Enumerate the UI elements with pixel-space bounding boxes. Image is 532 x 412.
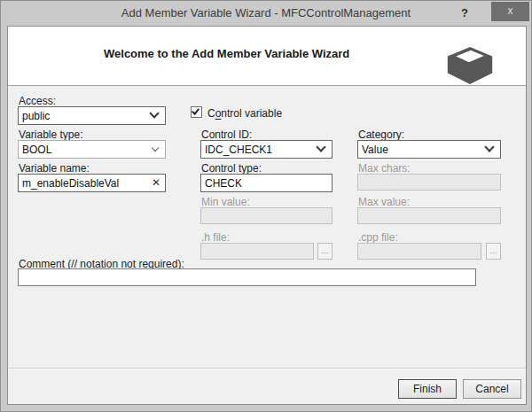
access-combobox[interactable]: public: [18, 106, 166, 125]
max-value-label: Max value:: [358, 196, 410, 208]
min-value-input: [200, 207, 332, 224]
access-label: Access:: [19, 95, 56, 107]
min-value-label: Min value:: [201, 196, 250, 208]
window-title: Add Member Variable Wizard - MFCControlM…: [1, 6, 531, 19]
welcome-title: Welcome to the Add Member Variable Wizar…: [104, 47, 349, 60]
footer-separator: [8, 368, 526, 369]
chevron-down-icon: [484, 142, 494, 152]
close-button[interactable]: x: [491, 2, 529, 21]
control-type-input[interactable]: [200, 174, 332, 192]
h-file-label: .h file:: [201, 231, 230, 244]
control-id-combobox[interactable]: IDC_CHECK1: [200, 140, 332, 159]
cpp-file-input: [357, 243, 481, 260]
chevron-down-icon: [316, 142, 325, 152]
control-variable-checkbox[interactable]: [191, 106, 202, 118]
max-chars-label: Max chars:: [358, 162, 411, 175]
control-variable-label[interactable]: Control variable: [207, 107, 282, 120]
cancel-button[interactable]: Cancel: [463, 379, 521, 399]
help-button[interactable]: ?: [457, 4, 473, 21]
cpp-file-label: .cpp file:: [358, 231, 398, 244]
max-chars-input: [357, 174, 501, 190]
h-file-browse-button: ...: [317, 243, 332, 260]
chevron-down-icon: [149, 108, 159, 118]
finish-button[interactable]: Finish: [398, 379, 457, 399]
h-file-input: [200, 243, 314, 260]
chevron-down-icon: [152, 144, 159, 152]
clear-icon[interactable]: ✕: [152, 175, 160, 191]
control-type-label: Control type:: [201, 162, 262, 175]
variable-type-combobox[interactable]: BOOL: [18, 140, 166, 159]
category-label: Category:: [358, 128, 404, 141]
variable-type-label: Variable type:: [19, 128, 83, 141]
control-id-label: Control ID:: [201, 128, 252, 141]
close-icon: x: [508, 4, 513, 17]
max-value-input: [357, 207, 501, 224]
variable-name-label: Variable name:: [19, 162, 90, 175]
comment-input[interactable]: [18, 268, 476, 286]
category-combobox[interactable]: Value: [357, 140, 501, 159]
title-bar: Add Member Variable Wizard - MFCControlM…: [1, 1, 531, 26]
variable-name-input[interactable]: m_enableDisableVal ✕: [18, 174, 166, 192]
wizard-header: Welcome to the Add Member Variable Wizar…: [8, 27, 526, 86]
add-member-variable-wizard-dialog: Add Member Variable Wizard - MFCControlM…: [0, 0, 532, 412]
cpp-file-browse-button: ...: [486, 243, 501, 260]
checkmark-icon: [192, 106, 200, 114]
wizard-box-3d-icon: [447, 47, 493, 84]
wizard-panel: Welcome to the Add Member Variable Wizar…: [7, 26, 527, 405]
